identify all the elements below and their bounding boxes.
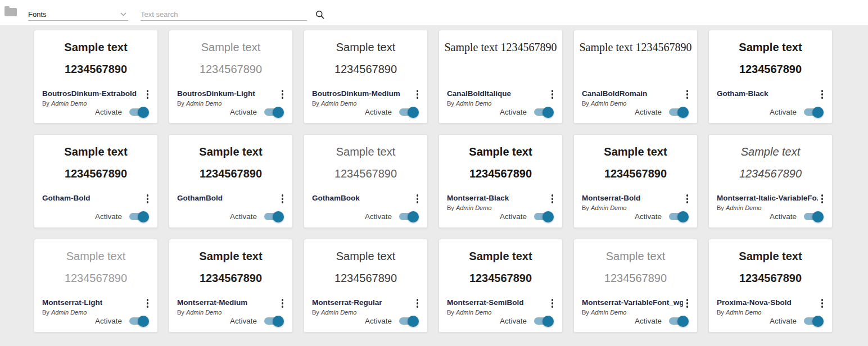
search-icon[interactable] [315, 10, 324, 19]
font-name: GothamBook [312, 193, 360, 203]
font-meta-left: GothamBook [312, 193, 360, 204]
more-options-icon[interactable] [819, 193, 826, 204]
font-sample-preview: Sample text 1234567890 [304, 239, 427, 294]
activate-toggle[interactable] [264, 108, 283, 116]
font-meta-left: Montserrat-Regular By Admin Demo [312, 298, 382, 316]
activate-toggle[interactable] [264, 213, 283, 220]
sample-text-line: Sample text [441, 145, 560, 158]
more-options-icon[interactable] [414, 89, 421, 100]
toggle-thumb [138, 316, 149, 327]
font-meta-left: BoutrosDinkum-Medium By Admin Demo [312, 89, 400, 107]
more-options-icon[interactable] [279, 89, 286, 100]
by-prefix: By [717, 204, 724, 211]
activate-toggle[interactable] [399, 317, 418, 325]
toggle-thumb [138, 211, 149, 222]
font-sample-preview: Sample text 1234567890 [169, 30, 292, 85]
sample-text-line: Sample text [37, 249, 155, 263]
toggle-thumb [812, 211, 824, 222]
activate-row: Activate [34, 317, 157, 332]
by-prefix: By [312, 100, 319, 107]
activate-toggle[interactable] [534, 108, 553, 116]
font-author: Admin Demo [726, 204, 762, 211]
font-meta-left: CanalBoldRomain By Admin Demo [582, 89, 647, 107]
activate-toggle[interactable] [669, 108, 688, 116]
more-options-icon[interactable] [684, 193, 691, 204]
activate-toggle[interactable] [399, 213, 418, 220]
font-name: Montserrat-Black [447, 193, 509, 203]
font-card: Sample text 1234567890 BoutrosDinkum-Ext… [34, 30, 158, 124]
font-name: GothamBold [177, 193, 223, 203]
font-meta-left: Montserrat-Bold By Admin Demo [582, 193, 640, 212]
folder-icon[interactable] [4, 8, 17, 16]
toggle-thumb [408, 211, 419, 222]
font-author: Admin Demo [51, 309, 87, 316]
more-options-icon[interactable] [819, 298, 826, 309]
more-options-icon[interactable] [279, 298, 286, 309]
font-meta: Gotham-Black [709, 85, 832, 100]
more-options-icon[interactable] [144, 89, 151, 100]
activate-toggle[interactable] [129, 213, 148, 220]
font-meta: BoutrosDinkum-Medium By Admin Demo [304, 85, 427, 107]
activate-label: Activate [635, 317, 662, 325]
font-meta-left: Montserrat-Italic-VariableFo... By Admin… [717, 193, 818, 212]
activate-label: Activate [635, 108, 662, 116]
font-name: Montserrat-Medium [177, 298, 247, 307]
font-card: Sample text 1234567890 Montserrat-SemiBo… [438, 239, 563, 333]
activate-row: Activate [574, 317, 697, 332]
activate-label: Activate [770, 108, 797, 116]
sample-digits-line: 1234567890 [171, 167, 290, 180]
activate-label: Activate [365, 317, 392, 325]
activate-toggle[interactable] [669, 213, 688, 220]
activate-toggle[interactable] [129, 317, 148, 325]
activate-toggle[interactable] [399, 108, 418, 116]
activate-toggle[interactable] [669, 317, 688, 325]
more-options-icon[interactable] [684, 298, 691, 309]
font-sample-preview: Sample text 1234567890 [304, 135, 427, 190]
more-options-icon[interactable] [549, 193, 556, 204]
by-prefix: By [717, 309, 724, 316]
more-options-icon[interactable] [279, 193, 286, 204]
font-author-line: By Admin Demo [42, 100, 137, 107]
font-sample-preview: Sample text 1234567890 [439, 239, 562, 294]
search-input[interactable] [141, 8, 307, 21]
activate-label: Activate [95, 317, 122, 325]
toggle-thumb [138, 107, 149, 118]
font-name: Montserrat-Bold [582, 193, 640, 203]
font-name: Gotham-Bold [42, 193, 91, 203]
activate-toggle[interactable] [534, 317, 553, 325]
more-options-icon[interactable] [414, 193, 421, 204]
more-options-icon[interactable] [549, 298, 556, 309]
more-options-icon[interactable] [144, 298, 151, 309]
activate-toggle[interactable] [804, 108, 822, 116]
font-author: Admin Demo [456, 204, 492, 211]
sample-digits-line: 1234567890 [576, 167, 695, 180]
more-options-icon[interactable] [144, 193, 151, 204]
font-author: Admin Demo [456, 100, 492, 107]
activate-toggle[interactable] [534, 213, 553, 220]
font-author: Admin Demo [591, 204, 627, 211]
activate-row: Activate [709, 108, 832, 123]
category-select[interactable]: Fonts [28, 8, 128, 21]
font-meta: Montserrat-VariableFont_wght By Admin De… [574, 294, 697, 316]
activate-toggle[interactable] [804, 317, 822, 325]
more-options-icon[interactable] [819, 89, 826, 100]
sample-text-line: Sample text 1234567890 [576, 40, 695, 54]
more-options-icon[interactable] [414, 298, 421, 309]
font-name: CanalBoldRomain [582, 89, 647, 98]
font-meta-left: Gotham-Black [717, 89, 768, 100]
category-select-value: Fonts [28, 10, 47, 19]
font-card: Sample text 1234567890 Gotham-Bold Activ… [34, 134, 158, 228]
activate-toggle[interactable] [264, 317, 283, 325]
font-meta: Proxima-Nova-Sbold By Admin Demo [709, 294, 832, 316]
activate-row: Activate [574, 212, 697, 227]
more-options-icon[interactable] [684, 89, 691, 100]
font-meta: Montserrat-Black By Admin Demo [439, 190, 562, 212]
font-author: Admin Demo [591, 309, 627, 316]
font-author-line: By Admin Demo [177, 100, 255, 107]
activate-toggle[interactable] [129, 108, 148, 116]
activate-row: Activate [439, 212, 562, 227]
activate-toggle[interactable] [804, 213, 822, 220]
activate-row: Activate [304, 108, 427, 123]
more-options-icon[interactable] [549, 89, 556, 100]
font-author-line: By Admin Demo [582, 309, 683, 316]
